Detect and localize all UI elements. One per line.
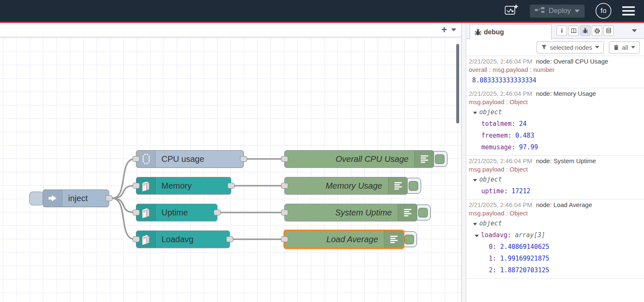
array-toggle-row[interactable]: loadavg: array[3]	[469, 229, 641, 241]
ai-export-icon[interactable]	[504, 3, 519, 18]
debug-message[interactable]: 2/21/2025, 2:46:04 PMnode: Overall CPU U…	[466, 56, 644, 88]
flow-node-inject[interactable]: inject	[43, 189, 109, 207]
object-toggle-row[interactable]: object	[469, 218, 641, 229]
object-type-label: object	[479, 108, 502, 116]
node-red-window: Deploy fo +	[0, 0, 644, 302]
entry-key: totalmem	[481, 120, 511, 128]
input-port[interactable]	[281, 183, 288, 189]
object-type-label: object	[479, 220, 502, 227]
info-icon: i	[561, 27, 562, 34]
output-port[interactable]	[226, 236, 233, 242]
header-bar: Deploy fo	[0, 0, 644, 22]
message-source-node: node: System Uptime	[536, 157, 596, 164]
collapse-triangle-icon[interactable]	[473, 179, 477, 182]
input-port[interactable]	[133, 236, 140, 242]
flow-node-debug-memory-usage[interactable]: Memory Usage	[284, 177, 408, 195]
help-tab-button[interactable]	[568, 26, 579, 36]
flow-node-cpu-usage[interactable]: CPU usage	[136, 150, 244, 168]
main-menu-icon[interactable]	[622, 6, 635, 15]
debug-output-icon	[414, 151, 434, 167]
object-toggle-row[interactable]: object	[469, 174, 641, 185]
tab-debug[interactable]: debug	[470, 24, 552, 39]
flow-node-loadavg[interactable]: Loadavg	[136, 230, 230, 248]
input-port[interactable]	[281, 210, 288, 215]
debug-message-list: 2/21/2025, 2:46:04 PMnode: Overall CPU U…	[466, 56, 644, 279]
flow-canvas[interactable]: inject CPU usage	[0, 37, 461, 302]
sidebar-menu-chevron-icon[interactable]	[632, 29, 637, 32]
node-label: CPU usage	[156, 154, 210, 164]
message-source-node: node: Memory Usage	[536, 90, 596, 97]
debug-toolbar: selected nodes all	[466, 39, 644, 56]
context-tab-button[interactable]	[603, 26, 614, 36]
output-port[interactable]	[240, 156, 247, 162]
user-avatar[interactable]: fo	[595, 3, 611, 19]
wire-layer	[0, 37, 461, 302]
collapse-triangle-icon[interactable]	[473, 223, 477, 225]
entry-key: memusage	[481, 143, 511, 151]
filter-nodes-button[interactable]: selected nodes	[537, 41, 604, 54]
node-label: Memory	[156, 181, 197, 191]
flow-node-uptime[interactable]: Uptime	[136, 204, 217, 221]
message-value: 8.083333333333334	[469, 74, 641, 86]
config-tab-button[interactable]	[592, 26, 602, 36]
deploy-button[interactable]: Deploy	[530, 5, 585, 18]
tab-debug-label: debug	[484, 28, 504, 36]
output-port[interactable]	[105, 195, 112, 201]
input-port[interactable]	[133, 183, 140, 189]
info-tab-button[interactable]: i	[557, 26, 567, 36]
message-property: msg.payload : Object	[469, 98, 641, 106]
workspace-column: +	[0, 23, 462, 302]
inject-trigger-button[interactable]	[29, 192, 43, 205]
collapse-triangle-icon[interactable]	[475, 235, 479, 237]
flow-node-debug-overall-cpu[interactable]: Overall CPU Usage	[284, 150, 434, 168]
inject-arrow-icon	[43, 190, 62, 207]
output-port[interactable]	[227, 183, 235, 189]
flow-node-debug-load-average[interactable]: Load Average	[284, 230, 404, 249]
sidebar-splitter[interactable]	[462, 23, 466, 302]
bug-icon	[582, 28, 588, 34]
debug-message[interactable]: 2/21/2025, 2:46:04 PMnode: Load Average …	[466, 200, 644, 279]
message-timestamp: 2/21/2025, 2:46:04 PM	[469, 157, 532, 164]
deploy-nodes-icon	[535, 7, 545, 15]
wire[interactable]	[112, 198, 135, 212]
entry-value: 2.40869140625	[500, 243, 549, 251]
input-port[interactable]	[133, 156, 140, 162]
object-toggle-row[interactable]: object	[469, 106, 641, 118]
debug-output-icon	[398, 204, 417, 221]
entry-key: freemem	[481, 132, 508, 139]
message-timestamp: 2/21/2025, 2:46:04 PM	[469, 90, 532, 97]
clear-messages-button[interactable]: all	[609, 41, 640, 54]
add-flow-button[interactable]: +	[442, 24, 447, 35]
deploy-label: Deploy	[549, 7, 571, 15]
entry-key: uptime	[481, 187, 504, 195]
node-label: inject	[62, 194, 94, 203]
array-entry-row: 0: 2.40869140625	[469, 241, 641, 253]
flow-node-debug-system-uptime[interactable]: System Uptime	[284, 204, 417, 221]
entry-key: 0	[489, 243, 493, 251]
flow-node-memory[interactable]: Memory	[136, 177, 231, 195]
database-icon	[606, 28, 612, 34]
entry-value: 24	[519, 120, 526, 128]
filter-chevron-icon	[595, 46, 599, 49]
canvas-scrollbar[interactable]	[456, 44, 459, 123]
debug-output-icon	[384, 231, 403, 248]
collapse-triangle-icon[interactable]	[473, 112, 477, 114]
message-property: msg.payload : Object	[469, 209, 641, 218]
clear-chevron-icon	[631, 46, 635, 49]
entry-key: 2	[489, 266, 493, 274]
wire[interactable]	[112, 186, 135, 198]
entry-value: 1.99169921875	[500, 255, 549, 262]
deploy-caret-icon[interactable]	[575, 10, 580, 13]
debug-message[interactable]: 2/21/2025, 2:46:04 PMnode: System Uptime…	[466, 156, 644, 200]
node-label: Overall CPU Usage	[330, 154, 414, 164]
debug-message[interactable]: 2/21/2025, 2:46:04 PMnode: Memory Usage …	[466, 88, 644, 156]
debug-tab-button[interactable]	[580, 26, 590, 36]
object-entry-row: totalmem: 24	[469, 118, 641, 130]
flow-list-chevron-icon[interactable]	[451, 28, 456, 31]
input-port[interactable]	[281, 156, 288, 162]
input-port[interactable]	[133, 210, 140, 215]
output-port[interactable]	[214, 210, 221, 215]
trash-icon	[613, 44, 619, 51]
input-port[interactable]	[281, 236, 288, 242]
sidebar-tab-bar: debug i	[466, 23, 644, 39]
